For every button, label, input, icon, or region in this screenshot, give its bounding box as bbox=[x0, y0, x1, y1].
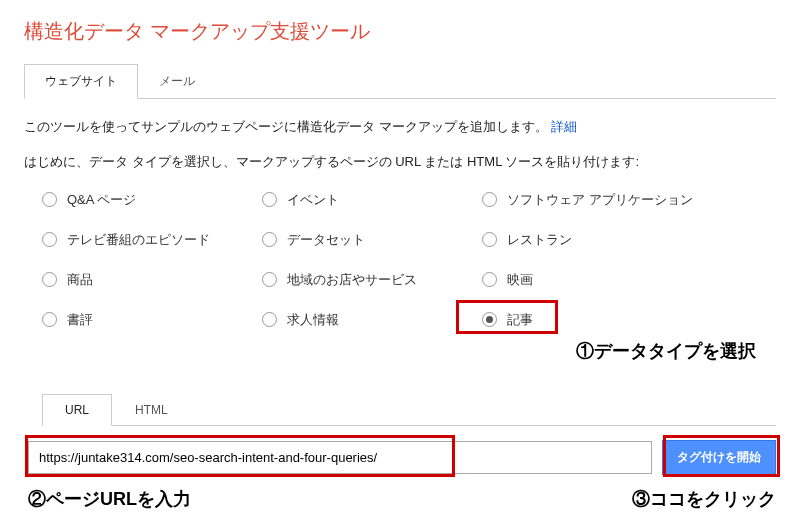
main-tabs: ウェブサイト メール bbox=[24, 63, 776, 99]
radio-label: 商品 bbox=[67, 271, 93, 289]
radio-label: イベント bbox=[287, 191, 339, 209]
annotation-step2: ②ページURLを入力 bbox=[28, 487, 191, 511]
radio-restaurant[interactable]: レストラン bbox=[482, 231, 776, 249]
radio-movie[interactable]: 映画 bbox=[482, 271, 776, 289]
radio-label: データセット bbox=[287, 231, 365, 249]
annotation-step1: ①データタイプを選択 bbox=[576, 341, 756, 361]
radio-label: Q&A ページ bbox=[67, 191, 136, 209]
radio-label: ソフトウェア アプリケーション bbox=[507, 191, 693, 209]
radio-icon bbox=[42, 192, 57, 207]
annotation-box-button bbox=[663, 435, 780, 477]
radio-icon bbox=[42, 312, 57, 327]
data-types-grid: Q&A ページ イベント ソフトウェア アプリケーション テレビ番組のエピソード… bbox=[24, 191, 776, 329]
radio-icon bbox=[42, 272, 57, 287]
description-text: このツールを使ってサンプルのウェブページに構造化データ マークアップを追加します… bbox=[24, 119, 548, 134]
radio-label: テレビ番組のエピソード bbox=[67, 231, 210, 249]
radio-icon bbox=[262, 232, 277, 247]
radio-icon bbox=[42, 232, 57, 247]
radio-product[interactable]: 商品 bbox=[42, 271, 262, 289]
page-title: 構造化データ マークアップ支援ツール bbox=[24, 18, 776, 45]
radio-local[interactable]: 地域のお店やサービス bbox=[262, 271, 482, 289]
description: このツールを使ってサンプルのウェブページに構造化データ マークアップを追加します… bbox=[24, 117, 776, 138]
radio-label: 書評 bbox=[67, 311, 93, 329]
annotation-box-url bbox=[25, 435, 455, 477]
radio-job[interactable]: 求人情報 bbox=[262, 311, 482, 329]
annotation-step3: ③ココをクリック bbox=[632, 487, 776, 511]
radio-event[interactable]: イベント bbox=[262, 191, 482, 209]
instruction-text: はじめに、データ タイプを選択し、マークアップするページの URL または HT… bbox=[24, 152, 776, 173]
detail-link[interactable]: 詳細 bbox=[551, 119, 577, 134]
tab-url[interactable]: URL bbox=[42, 394, 112, 426]
radio-label: 映画 bbox=[507, 271, 533, 289]
radio-tv[interactable]: テレビ番組のエピソード bbox=[42, 231, 262, 249]
radio-icon bbox=[262, 192, 277, 207]
source-tabs: URL HTML bbox=[42, 393, 776, 426]
radio-icon bbox=[262, 312, 277, 327]
radio-icon bbox=[262, 272, 277, 287]
radio-review[interactable]: 書評 bbox=[42, 311, 262, 329]
radio-qa[interactable]: Q&A ページ bbox=[42, 191, 262, 209]
radio-software[interactable]: ソフトウェア アプリケーション bbox=[482, 191, 776, 209]
radio-icon bbox=[482, 272, 497, 287]
tab-mail[interactable]: メール bbox=[138, 64, 216, 99]
bottom-annotations: ②ページURLを入力 ③ココをクリック bbox=[28, 487, 776, 511]
annotation-box-article bbox=[456, 300, 558, 334]
radio-icon bbox=[482, 192, 497, 207]
tab-website[interactable]: ウェブサイト bbox=[24, 64, 138, 99]
radio-icon bbox=[482, 232, 497, 247]
radio-label: 求人情報 bbox=[287, 311, 339, 329]
radio-label: レストラン bbox=[507, 231, 572, 249]
radio-label: 地域のお店やサービス bbox=[287, 271, 417, 289]
tab-html[interactable]: HTML bbox=[112, 394, 191, 426]
radio-dataset[interactable]: データセット bbox=[262, 231, 482, 249]
